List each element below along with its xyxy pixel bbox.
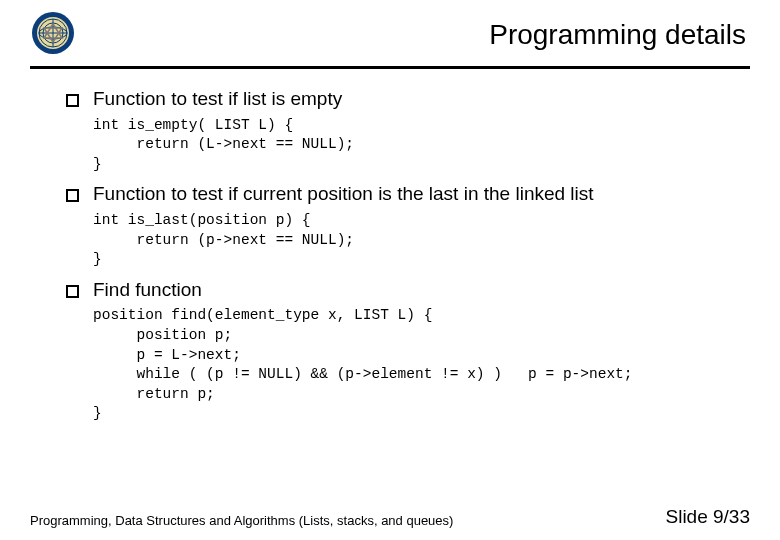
square-bullet-icon [66, 94, 79, 107]
square-bullet-icon [66, 189, 79, 202]
slide-header: Programming details [30, 10, 750, 69]
slide-content: Function to test if list is empty int is… [30, 87, 750, 424]
code-block: int is_empty( LIST L) { return (L->next … [93, 116, 750, 175]
code-block: int is_last(position p) { return (p->nex… [93, 211, 750, 270]
institution-logo-icon [30, 10, 76, 60]
footer-slide-number: Slide 9/33 [665, 506, 750, 528]
slide-title: Programming details [76, 19, 750, 51]
bullet-item: Find function [66, 278, 750, 303]
square-bullet-icon [66, 285, 79, 298]
footer-course-text: Programming, Data Structures and Algorit… [30, 513, 453, 528]
bullet-text: Find function [93, 278, 202, 303]
code-block: position find(element_type x, LIST L) { … [93, 306, 750, 423]
bullet-item: Function to test if current position is … [66, 182, 750, 207]
bullet-item: Function to test if list is empty [66, 87, 750, 112]
slide-footer: Programming, Data Structures and Algorit… [30, 506, 750, 528]
slide: Programming details Function to test if … [0, 0, 780, 540]
bullet-text: Function to test if list is empty [93, 87, 342, 112]
bullet-text: Function to test if current position is … [93, 182, 594, 207]
